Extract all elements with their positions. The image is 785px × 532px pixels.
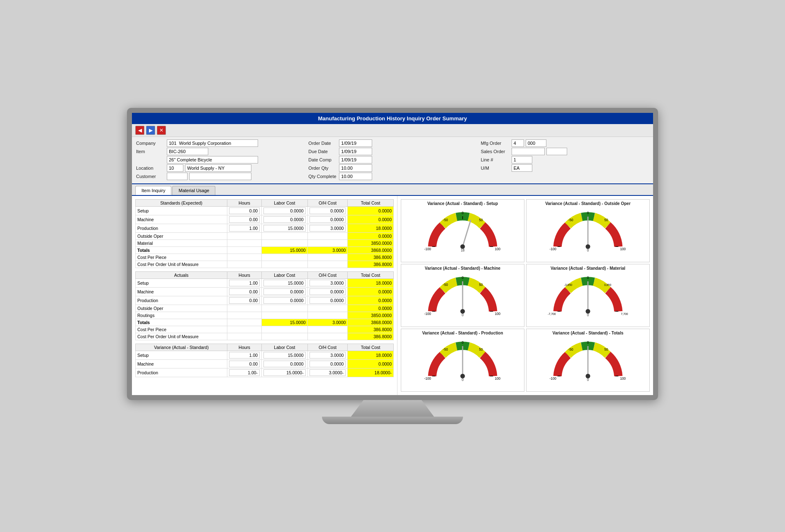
production-oh-std[interactable] — [310, 225, 346, 232]
machine-hours-act[interactable] — [229, 288, 260, 295]
svg-text:100: 100 — [620, 247, 626, 251]
gauge-production-value: 0 — [462, 378, 464, 382]
date-comp-label: Date Comp — [308, 157, 337, 162]
order-date-label: Order Date — [308, 141, 337, 146]
location-code-input[interactable] — [167, 164, 183, 172]
gauge-setup: Variance (Actual - Standard) - Setup — [401, 199, 524, 262]
setup-labor-var[interactable] — [263, 352, 306, 359]
svg-text:50: 50 — [479, 348, 483, 351]
machine-labor-act[interactable] — [263, 288, 306, 295]
production-hours-std[interactable] — [229, 225, 260, 232]
standards-labor-header: Labor Cost — [262, 200, 308, 207]
gauge-production-svg: -100 -50 0 50 100 0 — [421, 336, 504, 382]
standards-hours-header: Hours — [227, 200, 262, 207]
svg-text:50: 50 — [479, 283, 483, 287]
forward-button[interactable]: ▶ — [146, 126, 155, 135]
variance-labor-header: Labor Cost — [262, 344, 308, 351]
forward-icon: ▶ — [149, 127, 153, 133]
table-row: Production 18.0000 — [136, 224, 394, 233]
close-button[interactable]: ✕ — [157, 126, 166, 135]
location-name-input[interactable] — [185, 164, 251, 172]
production-labor-std[interactable] — [263, 225, 306, 232]
production-oh-act[interactable] — [310, 297, 346, 304]
sales-order-suffix-input[interactable] — [546, 148, 567, 155]
svg-point-14 — [586, 244, 590, 249]
table-row: Production 0.0000 — [136, 296, 394, 305]
gauge-totals-display: -100 -50 0 50 100 0 — [546, 336, 629, 382]
order-qty-input[interactable] — [339, 164, 372, 172]
mfg-order-label: Mfg Order — [481, 141, 510, 146]
location-label: Location — [136, 166, 165, 171]
setup-labor-act[interactable] — [263, 280, 306, 286]
machine-oh-act[interactable] — [310, 288, 346, 295]
gauge-material-title: Variance (Actual - Standard) - Material — [551, 266, 625, 271]
qty-complete-input[interactable] — [339, 173, 372, 180]
setup-hours-var[interactable] — [229, 352, 260, 359]
gauge-totals-svg: -100 -50 0 50 100 0 — [546, 336, 629, 382]
svg-point-54 — [586, 374, 590, 378]
table-row: Machine 0.0000 — [136, 360, 394, 368]
setup-oh-std[interactable] — [310, 207, 346, 214]
actuals-table: Actuals Hours Labor Cost O/H Cost Total … — [135, 271, 394, 340]
back-button[interactable]: ◀ — [135, 126, 144, 135]
gauge-machine-svg: -100 -50 0 50 100 0 — [421, 271, 504, 317]
svg-point-4 — [461, 244, 465, 249]
customer-name-input[interactable] — [189, 173, 251, 180]
customer-code-input[interactable] — [167, 173, 188, 180]
machine-oh-var[interactable] — [310, 361, 346, 367]
gauge-outside-oper-svg: -100 -50 0 50 100 0 — [546, 207, 629, 252]
tab-item-inquiry[interactable]: Item Inquiry — [135, 186, 171, 195]
production-hours-act[interactable] — [229, 297, 260, 304]
um-input[interactable] — [512, 164, 532, 172]
setup-labor-std[interactable] — [263, 207, 306, 214]
machine-hours-std[interactable] — [229, 216, 260, 223]
sales-order-input[interactable] — [512, 148, 545, 155]
svg-text:7,700: 7,700 — [621, 312, 628, 315]
svg-line-3 — [463, 220, 471, 246]
setup-hours-act[interactable] — [229, 280, 260, 286]
standards-total-header: Total Cost — [348, 200, 394, 207]
window-title: Manufacturing Production History Inquiry… — [318, 115, 467, 122]
company-input[interactable] — [167, 139, 258, 147]
table-row: Outside Oper 0.0000 — [136, 305, 394, 312]
machine-labor-std[interactable] — [263, 216, 306, 223]
tab-material-usage[interactable]: Material Usage — [172, 186, 215, 195]
machine-oh-std[interactable] — [310, 216, 346, 223]
production-oh-var[interactable] — [310, 369, 346, 376]
item-input[interactable] — [167, 148, 208, 155]
svg-text:-3,850: -3,850 — [564, 283, 573, 286]
svg-text:-7,700: -7,700 — [548, 312, 556, 315]
table-row: Setup 18.0000 — [136, 351, 394, 360]
variance-hours-header: Hours — [227, 344, 262, 351]
setup-oh-var[interactable] — [310, 352, 346, 359]
table-row: Setup 18.0000 — [136, 279, 394, 288]
production-labor-act[interactable] — [263, 297, 306, 304]
svg-text:100: 100 — [495, 377, 500, 381]
table-row: Production 18.0000- — [136, 368, 394, 377]
line-num-input[interactable] — [512, 156, 532, 164]
setup-oh-act[interactable] — [310, 280, 346, 286]
gauge-setup-midleft-label: -50 — [443, 218, 448, 222]
due-date-input[interactable] — [339, 148, 372, 155]
item-desc-input[interactable] — [167, 156, 258, 164]
gauge-material-display: -7,700 -3,850 0 3,850 7,700 0 — [546, 271, 629, 317]
date-comp-input[interactable] — [339, 156, 372, 164]
mfg-order-suffix-input[interactable] — [526, 139, 546, 147]
due-date-label: Due Date — [308, 149, 337, 154]
gauge-setup-max-label: 100 — [495, 247, 500, 251]
gauge-totals-title: Variance (Actual - Standard) - Totals — [553, 331, 624, 335]
production-hours-var[interactable] — [229, 369, 260, 376]
monitor-stand — [351, 400, 434, 417]
setup-hours-std[interactable] — [229, 207, 260, 214]
svg-text:-50: -50 — [443, 283, 448, 287]
um-label: U/M — [481, 166, 510, 171]
machine-labor-var[interactable] — [263, 361, 306, 367]
order-date-input[interactable] — [339, 139, 372, 147]
mfg-order-input[interactable] — [512, 139, 524, 147]
gauge-production-title: Variance (Actual - Standard) - Productio… — [422, 331, 503, 335]
svg-text:-100: -100 — [549, 377, 556, 381]
variance-header: Variance (Actual - Standard) — [136, 344, 227, 351]
gauge-setup-midright-label: 50 — [479, 218, 483, 222]
production-labor-var[interactable] — [263, 369, 306, 376]
machine-hours-var[interactable] — [229, 361, 260, 367]
